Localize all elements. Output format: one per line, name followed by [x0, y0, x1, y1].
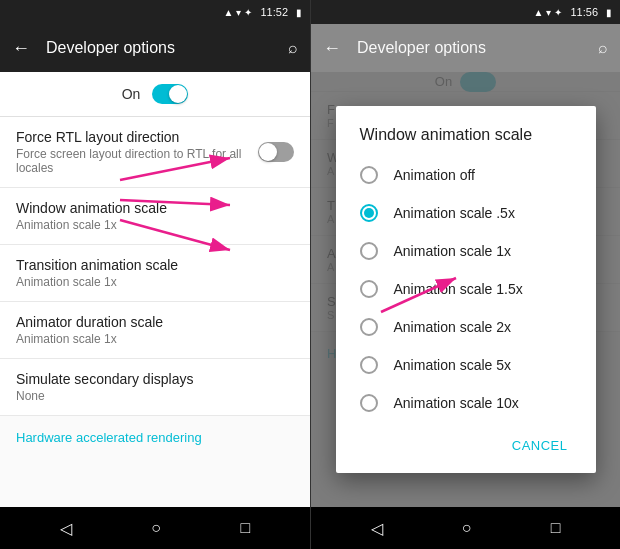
radio-animation-10x[interactable]: Animation scale 10x	[336, 384, 596, 422]
right-back-nav[interactable]: ◁	[363, 511, 391, 546]
radio-animation-05x[interactable]: Animation scale .5x	[336, 194, 596, 232]
left-force-rtl-text: Force RTL layout direction Force screen …	[16, 129, 258, 175]
radio-animation-05x-circle	[360, 204, 378, 222]
left-hardware-link[interactable]: Hardware accelerated rendering	[0, 416, 310, 459]
left-simulate-displays-title: Simulate secondary displays	[16, 371, 294, 387]
right-status-bar: ▲ ▾ ✦ 11:56 ▮	[311, 0, 620, 24]
left-window-animation-title: Window animation scale	[16, 200, 294, 216]
radio-animation-2x-label: Animation scale 2x	[394, 319, 512, 335]
right-signal-icon: ▲	[534, 7, 544, 18]
right-back-icon: ←	[323, 38, 341, 59]
radio-animation-off-label: Animation off	[394, 167, 475, 183]
radio-animation-10x-circle	[360, 394, 378, 412]
radio-animation-5x-label: Animation scale 5x	[394, 357, 512, 373]
left-toggle-row: On	[0, 72, 310, 117]
left-panel: ▲ ▾ ✦ 11:52 ▮ ← Developer options ⌕ On F…	[0, 0, 310, 549]
right-wifi-icon: ▾	[546, 7, 551, 18]
left-animator-duration-item[interactable]: Animator duration scale Animation scale …	[0, 302, 310, 359]
left-force-rtl-toggle[interactable]	[258, 142, 294, 162]
left-content: On Force RTL layout direction Force scre…	[0, 72, 310, 507]
dialog-title: Window animation scale	[336, 106, 596, 156]
right-panel: ▲ ▾ ✦ 11:56 ▮ ← Developer options ⌕ On F…	[310, 0, 620, 549]
left-developer-toggle[interactable]	[152, 84, 188, 104]
left-window-animation-subtitle: Animation scale 1x	[16, 218, 294, 232]
left-force-rtl-title: Force RTL layout direction	[16, 129, 258, 145]
left-force-rtl-item[interactable]: Force RTL layout direction Force screen …	[0, 117, 310, 188]
left-window-animation-item[interactable]: Window animation scale Animation scale 1…	[0, 188, 310, 245]
left-top-bar: ← Developer options ⌕	[0, 24, 310, 72]
radio-animation-5x[interactable]: Animation scale 5x	[336, 346, 596, 384]
radio-animation-1x-circle	[360, 242, 378, 260]
left-force-rtl-subtitle: Force screen layout direction to RTL for…	[16, 147, 258, 175]
left-wifi-icon: ▾	[236, 7, 241, 18]
right-home-nav[interactable]: ○	[454, 511, 480, 545]
radio-animation-10x-label: Animation scale 10x	[394, 395, 519, 411]
radio-animation-off[interactable]: Animation off	[336, 156, 596, 194]
left-battery-icon: ▮	[296, 7, 302, 18]
left-toggle-label: On	[122, 86, 141, 102]
left-simulate-displays-subtitle: None	[16, 389, 294, 403]
left-search-icon[interactable]: ⌕	[288, 39, 298, 57]
window-animation-dialog: Window animation scale Animation off Ani…	[336, 106, 596, 473]
left-transition-animation-title: Transition animation scale	[16, 257, 294, 273]
left-transition-animation-item[interactable]: Transition animation scale Animation sca…	[0, 245, 310, 302]
right-bluetooth-icon: ✦	[554, 7, 562, 18]
radio-animation-15x[interactable]: Animation scale 1.5x	[336, 270, 596, 308]
left-page-title: Developer options	[46, 39, 272, 57]
radio-animation-2x[interactable]: Animation scale 2x	[336, 308, 596, 346]
left-back-nav[interactable]: ◁	[52, 511, 80, 546]
radio-animation-5x-circle	[360, 356, 378, 374]
right-nav-bar: ◁ ○ □	[311, 507, 620, 549]
left-back-icon[interactable]: ←	[12, 38, 30, 59]
dialog-cancel-button[interactable]: CANCEL	[500, 430, 580, 461]
radio-animation-1x-label: Animation scale 1x	[394, 243, 512, 259]
left-signal-icon: ▲	[224, 7, 234, 18]
left-simulate-displays-item[interactable]: Simulate secondary displays None	[0, 359, 310, 416]
right-search-icon: ⌕	[598, 39, 608, 57]
left-bluetooth-icon: ✦	[244, 7, 252, 18]
right-status-icons: ▲ ▾ ✦	[534, 7, 563, 18]
dialog-actions: CANCEL	[336, 422, 596, 473]
radio-animation-1x[interactable]: Animation scale 1x	[336, 232, 596, 270]
left-status-bar: ▲ ▾ ✦ 11:52 ▮	[0, 0, 310, 24]
right-time: 11:56	[570, 6, 598, 18]
right-top-bar: ← Developer options ⌕	[311, 24, 620, 72]
right-page-title: Developer options	[357, 39, 582, 57]
dialog-overlay: Window animation scale Animation off Ani…	[311, 72, 620, 507]
right-battery-icon: ▮	[606, 7, 612, 18]
left-recents-nav[interactable]: □	[233, 511, 259, 545]
left-home-nav[interactable]: ○	[143, 511, 169, 545]
right-recents-nav[interactable]: □	[543, 511, 569, 545]
left-transition-animation-subtitle: Animation scale 1x	[16, 275, 294, 289]
radio-animation-15x-circle	[360, 280, 378, 298]
left-time: 11:52	[260, 6, 288, 18]
radio-animation-15x-label: Animation scale 1.5x	[394, 281, 523, 297]
right-content-bg: On FF WA TA AA SS Hardware accelerated r…	[311, 72, 620, 507]
radio-animation-2x-circle	[360, 318, 378, 336]
left-animator-duration-subtitle: Animation scale 1x	[16, 332, 294, 346]
radio-animation-05x-label: Animation scale .5x	[394, 205, 515, 221]
left-nav-bar: ◁ ○ □	[0, 507, 310, 549]
radio-animation-off-circle	[360, 166, 378, 184]
left-status-icons: ▲ ▾ ✦	[224, 7, 253, 18]
left-animator-duration-title: Animator duration scale	[16, 314, 294, 330]
